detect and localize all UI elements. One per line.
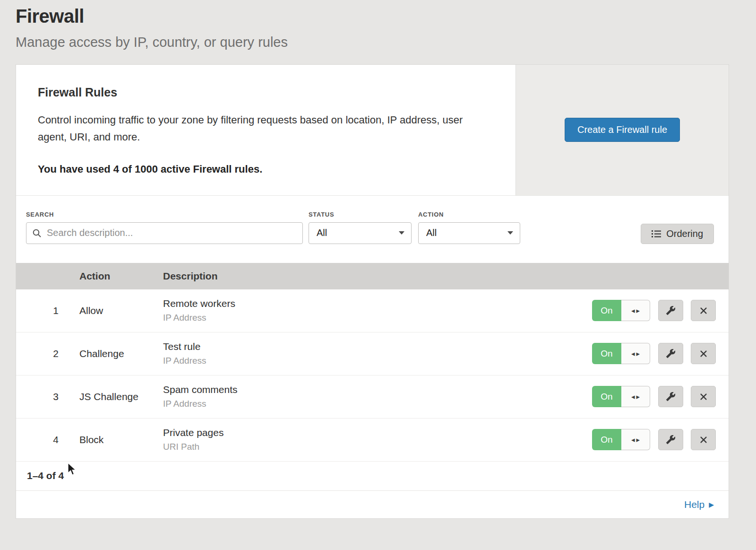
delete-rule-button[interactable]	[691, 343, 716, 364]
table-header-action: Action	[79, 271, 163, 282]
rule-description: Spam comments	[163, 384, 592, 395]
edit-rule-button[interactable]	[658, 343, 683, 364]
search-input[interactable]	[46, 227, 297, 239]
rule-match-type: IP Address	[163, 399, 592, 409]
rule-number: 4	[16, 434, 79, 445]
ordering-button[interactable]: Ordering	[641, 224, 714, 244]
create-rule-panel: Create a Firewall rule	[515, 65, 729, 195]
search-box	[26, 222, 303, 244]
rule-action: Allow	[79, 305, 163, 316]
rule-match-type: URI Path	[163, 442, 592, 452]
firewall-rules-description: Control incoming traffic to your zone by…	[38, 112, 484, 146]
firewall-rules-info: Firewall Rules Control incoming traffic …	[16, 65, 515, 195]
rule-status-toggle[interactable]: On ◂▸	[592, 343, 650, 364]
search-label: SEARCH	[26, 211, 303, 218]
table-header: Action Description	[16, 263, 729, 289]
edit-rule-button[interactable]	[658, 429, 683, 450]
status-filter-group: STATUS All	[309, 211, 412, 244]
rule-controls: On ◂▸	[592, 386, 716, 407]
wrench-icon	[666, 392, 676, 402]
status-label: STATUS	[309, 211, 412, 218]
action-label: ACTION	[418, 211, 520, 218]
firewall-rules-panel: Firewall Rules Control incoming traffic …	[16, 65, 729, 196]
edit-rule-button[interactable]	[658, 300, 683, 321]
firewall-rules-heading: Firewall Rules	[38, 86, 487, 99]
status-select[interactable]: All	[309, 222, 412, 244]
rule-number: 3	[16, 391, 79, 402]
toggle-arrows-icon: ◂▸	[621, 429, 650, 450]
toggle-arrows-icon: ◂▸	[621, 343, 650, 364]
wrench-icon	[666, 435, 676, 445]
rule-description: Remote workers	[163, 298, 592, 309]
help-link-label: Help	[684, 499, 704, 510]
search-icon	[32, 228, 42, 238]
close-icon	[699, 349, 708, 358]
close-icon	[699, 306, 708, 315]
rule-action: Challenge	[79, 348, 163, 359]
rule-match-type: IP Address	[163, 313, 592, 323]
table-row: 4 Block Private pages URI Path On ◂▸	[16, 419, 729, 462]
rule-number: 1	[16, 305, 79, 316]
chevron-down-icon	[507, 231, 513, 235]
arrow-right-icon: ▶	[709, 501, 714, 508]
rule-action: Block	[79, 434, 163, 445]
toggle-on-label: On	[592, 386, 621, 407]
help-link[interactable]: Help ▶	[684, 499, 714, 510]
table-row: 1 Allow Remote workers IP Address On ◂▸	[16, 289, 729, 332]
table-row: 3 JS Challenge Spam comments IP Address …	[16, 375, 729, 419]
chevron-down-icon	[399, 231, 404, 235]
toggle-arrows-icon: ◂▸	[621, 300, 650, 321]
rule-description-cell: Remote workers IP Address	[163, 298, 592, 323]
delete-rule-button[interactable]	[691, 300, 716, 321]
wrench-icon	[666, 306, 676, 315]
rule-status-toggle[interactable]: On ◂▸	[592, 386, 650, 407]
close-icon	[699, 393, 708, 401]
rule-controls: On ◂▸	[592, 429, 716, 450]
rule-match-type: IP Address	[163, 356, 592, 366]
rule-description: Private pages	[163, 427, 592, 438]
rule-description-cell: Private pages URI Path	[163, 427, 592, 452]
toggle-arrows-icon: ◂▸	[621, 386, 650, 407]
create-firewall-rule-button[interactable]: Create a Firewall rule	[565, 118, 680, 142]
close-icon	[699, 436, 708, 444]
wrench-icon	[666, 349, 676, 358]
action-filter-group: ACTION All	[418, 211, 520, 244]
toggle-on-label: On	[592, 300, 621, 321]
page-subtitle: Manage access by IP, country, or query r…	[16, 35, 756, 50]
page-title: Firewall	[16, 6, 756, 27]
delete-rule-button[interactable]	[691, 429, 716, 450]
ordered-list-icon	[652, 229, 661, 238]
rule-description-cell: Test rule IP Address	[163, 341, 592, 366]
rule-action: JS Challenge	[79, 391, 163, 402]
table-header-description: Description	[163, 271, 729, 282]
help-row: Help ▶	[16, 491, 729, 518]
edit-rule-button[interactable]	[658, 386, 683, 407]
pagination-text: 1–4 of 4	[27, 470, 64, 481]
rule-description-cell: Spam comments IP Address	[163, 384, 592, 409]
rule-description: Test rule	[163, 341, 592, 352]
page-header: Firewall Manage access by IP, country, o…	[0, 0, 756, 50]
rule-status-toggle[interactable]: On ◂▸	[592, 300, 650, 321]
action-select-value: All	[426, 227, 437, 238]
rule-number: 2	[16, 348, 79, 359]
firewall-card: Firewall Rules Control incoming traffic …	[16, 64, 729, 519]
search-filter-group: SEARCH	[26, 211, 303, 244]
rule-controls: On ◂▸	[592, 300, 716, 321]
toggle-on-label: On	[592, 429, 621, 450]
rule-status-toggle[interactable]: On ◂▸	[592, 429, 650, 450]
toggle-on-label: On	[592, 343, 621, 364]
pagination-row: 1–4 of 4	[16, 462, 729, 491]
filters-bar: SEARCH STATUS All ACTION All	[16, 196, 729, 263]
ordering-button-label: Ordering	[666, 228, 703, 239]
delete-rule-button[interactable]	[691, 386, 716, 407]
firewall-rules-usage: You have used 4 of 1000 active Firewall …	[38, 163, 487, 175]
table-row: 2 Challenge Test rule IP Address On ◂▸	[16, 332, 729, 375]
action-select[interactable]: All	[418, 222, 520, 244]
rule-controls: On ◂▸	[592, 343, 716, 364]
status-select-value: All	[317, 227, 327, 238]
